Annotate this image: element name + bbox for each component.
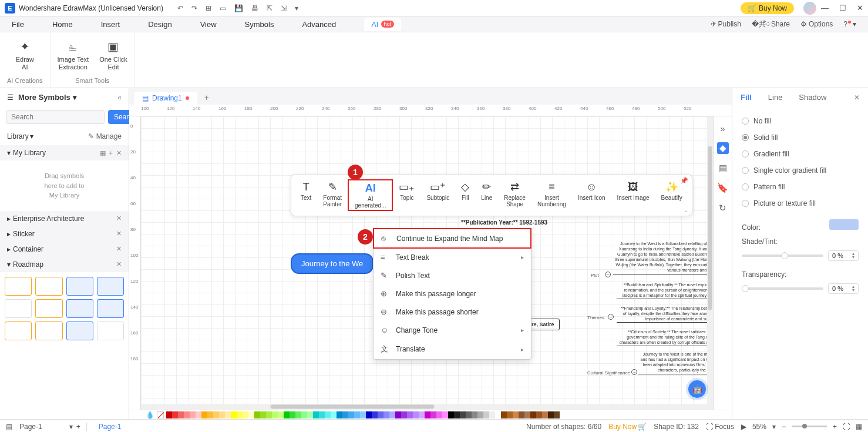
expand-panel-icon[interactable]: » <box>717 122 729 134</box>
ctx-change-tone[interactable]: ☺Change Tone▸ <box>374 321 531 339</box>
color-swatch[interactable] <box>348 411 354 418</box>
shade-value[interactable]: 0 %▴▾ <box>828 250 859 261</box>
color-swatch[interactable] <box>483 411 489 418</box>
export-icon[interactable]: ⇱ <box>267 4 272 12</box>
color-swatch[interactable] <box>829 219 859 230</box>
publish-button[interactable]: ✈ Publish <box>711 20 741 28</box>
insert-icon-tool[interactable]: ☺Insert Icon <box>572 179 611 211</box>
color-swatch[interactable] <box>425 411 430 418</box>
buy-now-button[interactable]: 🛒 Buy Now <box>741 2 794 14</box>
color-swatch[interactable] <box>313 411 319 418</box>
props-tab-line[interactable]: Line <box>768 93 783 102</box>
color-swatch[interactable] <box>331 411 337 418</box>
color-swatch[interactable] <box>513 411 519 418</box>
zoom-level[interactable]: 55% <box>752 423 766 431</box>
menu-file[interactable]: File <box>12 20 24 29</box>
color-swatch[interactable] <box>554 411 560 418</box>
color-swatch[interactable] <box>548 411 554 418</box>
presentation-icon[interactable]: ▶ <box>741 423 746 431</box>
mm-expand-icon[interactable]: − <box>605 272 611 277</box>
color-swatch[interactable] <box>448 411 454 418</box>
buy-now-status[interactable]: Buy Now 🛒 <box>608 423 647 431</box>
symbol-thumb[interactable] <box>5 299 32 318</box>
color-swatch[interactable] <box>536 411 542 418</box>
add-icon[interactable]: + <box>109 149 113 157</box>
color-swatch[interactable] <box>237 411 243 418</box>
menu-ai[interactable]: AI hot <box>364 18 401 31</box>
ctx-make-shorter[interactable]: ⊖Make this passage shorter <box>374 303 531 321</box>
fit-page-icon[interactable]: ⛶ <box>843 423 850 431</box>
no-color-swatch[interactable] <box>157 411 164 418</box>
color-swatch[interactable] <box>254 411 260 418</box>
symbol-thumb[interactable] <box>97 277 124 296</box>
color-swatch[interactable] <box>360 411 366 418</box>
close-section-icon[interactable]: ✕ <box>116 260 122 268</box>
format-painter-tool[interactable]: ✎FormatPainter <box>317 179 348 211</box>
save-icon[interactable]: 💾 <box>234 4 243 12</box>
color-swatch[interactable] <box>219 411 225 418</box>
zoom-in-icon[interactable]: + <box>833 423 837 431</box>
close-section-icon[interactable]: ✕ <box>116 230 122 237</box>
fullscreen-icon[interactable]: ▦ <box>856 423 862 431</box>
menu-view[interactable]: View <box>200 20 217 29</box>
color-swatch[interactable] <box>524 411 530 418</box>
fill-option-solid[interactable]: Solid fill <box>742 129 859 146</box>
color-swatch[interactable] <box>495 411 501 418</box>
color-swatch[interactable] <box>401 411 407 418</box>
options-button[interactable]: ⚙ Options <box>800 20 833 28</box>
add-tab-button[interactable]: + <box>200 91 214 105</box>
fill-option-pattern[interactable]: Pattern fill <box>742 179 859 195</box>
color-swatch[interactable] <box>507 411 513 418</box>
menu-home[interactable]: Home <box>52 20 73 29</box>
library-dropzone[interactable]: Drag symbolshere to add toMy Library <box>0 160 129 211</box>
vertical-scrollbar[interactable] <box>707 116 713 404</box>
more-symbols-dropdown[interactable]: More Symbols▾ <box>18 93 113 102</box>
color-swatch[interactable] <box>266 411 272 418</box>
section-enterprise[interactable]: ▸Enterprise Architecture✕ <box>0 211 129 226</box>
redo-icon[interactable]: ↷ <box>191 4 197 12</box>
close-props-icon[interactable]: ✕ <box>854 93 860 102</box>
share-button[interactable]: �共ྃ Share <box>752 19 790 29</box>
color-swatch[interactable] <box>278 411 284 418</box>
color-swatch[interactable] <box>519 411 524 418</box>
color-swatch[interactable] <box>489 411 495 418</box>
print-icon[interactable]: 🖶 <box>251 4 258 12</box>
color-swatch[interactable] <box>530 411 536 418</box>
color-swatch[interactable] <box>190 411 196 418</box>
page-dropdown[interactable]: Page-1 ▾ + <box>19 423 87 431</box>
symbol-thumb[interactable] <box>35 322 62 340</box>
edraw-ai-button[interactable]: ✦ EdrawAI <box>16 39 34 71</box>
symbol-thumb[interactable] <box>66 277 93 296</box>
section-my-library[interactable]: ▾My Library ▦+✕ <box>0 145 129 160</box>
color-swatch[interactable] <box>366 411 372 418</box>
ctx-expand-mindmap[interactable]: ⎋Continue to Expand the Mind Map <box>373 228 531 249</box>
undo-icon[interactable]: ↶ <box>177 4 183 12</box>
color-swatch[interactable] <box>290 411 295 418</box>
symbol-thumb[interactable] <box>66 322 93 340</box>
close-section-icon[interactable]: ✕ <box>116 215 122 222</box>
shade-slider[interactable] <box>742 254 823 257</box>
color-swatch[interactable] <box>166 411 172 418</box>
color-swatch[interactable] <box>542 411 548 418</box>
props-tab-shadow[interactable]: Shadow <box>799 93 826 102</box>
menu-insert[interactable]: Insert <box>101 20 120 29</box>
section-container[interactable]: ▸Container✕ <box>0 242 129 257</box>
symbol-thumb[interactable] <box>35 299 62 318</box>
color-swatch[interactable] <box>178 411 184 418</box>
color-swatch[interactable] <box>184 411 190 418</box>
user-avatar[interactable] <box>803 2 816 15</box>
insert-numbering-tool[interactable]: ≡InsertNumbering <box>531 179 572 211</box>
ctx-polish-text[interactable]: ✎Polish Text <box>374 266 531 284</box>
topic-tool[interactable]: ▭₊Topic <box>393 179 420 211</box>
color-swatch[interactable] <box>272 411 278 418</box>
manage-link[interactable]: ✎ Manage <box>88 132 122 140</box>
menu-symbols[interactable]: Symbols <box>245 20 274 29</box>
color-swatch[interactable] <box>342 411 348 418</box>
color-swatch[interactable] <box>389 411 395 418</box>
color-swatch[interactable] <box>301 411 307 418</box>
color-swatch[interactable] <box>201 411 207 418</box>
symbol-thumb[interactable] <box>5 277 32 296</box>
bookmark-panel-icon[interactable]: 🔖 <box>717 182 729 194</box>
zoom-out-icon[interactable]: − <box>782 423 786 431</box>
help-button[interactable]: ? ▾ <box>843 20 856 28</box>
